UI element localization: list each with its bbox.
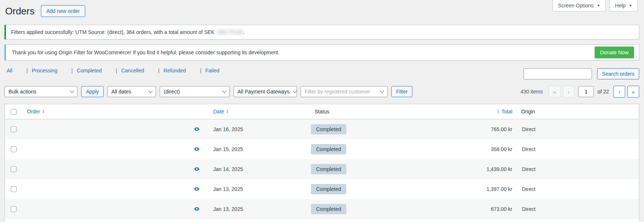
donate-now-button[interactable]: Donate Now bbox=[595, 47, 634, 58]
order-status-filters: All|Processing|Completed|Cancelled|Refun… bbox=[7, 68, 233, 74]
pagination: 430 items « ‹ of 22 › » bbox=[520, 86, 639, 98]
order-total: 358.00 kr bbox=[417, 139, 517, 159]
payment-gateway-label: All Payment Gateways bbox=[238, 89, 290, 95]
status-filter-cancelled: Cancelled| bbox=[121, 68, 163, 74]
separator: | bbox=[200, 68, 201, 74]
chevron-down-icon bbox=[380, 89, 384, 93]
notice-suffix: . bbox=[243, 29, 245, 35]
apply-button[interactable]: Apply bbox=[81, 86, 104, 97]
bulk-actions-label: Bulk actions bbox=[8, 89, 36, 95]
eye-glyph bbox=[194, 126, 200, 132]
preview-eye-icon[interactable] bbox=[22, 146, 200, 152]
status-filter-completed: Completed| bbox=[77, 68, 121, 74]
status-header-label: Status bbox=[315, 109, 329, 115]
row-checkbox[interactable] bbox=[11, 146, 17, 152]
table-row: Jan 16, 2025Completed765.00 krDirect bbox=[5, 119, 639, 139]
preview-eye-icon[interactable] bbox=[22, 206, 200, 212]
order-date: Jan 14, 2025 bbox=[209, 159, 310, 179]
status-badge: Completed bbox=[311, 124, 346, 134]
table-row: Jan 15, 2025Completed358.00 krDirect bbox=[5, 139, 639, 159]
preview-eye-icon[interactable] bbox=[22, 126, 200, 132]
eye-glyph bbox=[194, 206, 200, 212]
separator: | bbox=[158, 68, 160, 74]
filter-button[interactable]: Filter bbox=[391, 86, 412, 97]
last-page-button[interactable]: » bbox=[627, 86, 639, 98]
customer-filter-placeholder: Filter by registered customer bbox=[305, 89, 370, 95]
customer-filter-select[interactable]: Filter by registered customer bbox=[301, 86, 388, 97]
order-date: Jan 16, 2025 bbox=[209, 119, 310, 139]
sort-by-order-header[interactable]: Order ▲▼ bbox=[27, 109, 47, 115]
order-header-label: Order bbox=[27, 109, 40, 115]
filters-applied-text: Filters applied successfully: UTM Source… bbox=[11, 29, 215, 35]
chevron-down-icon bbox=[148, 89, 152, 93]
separator: | bbox=[71, 68, 73, 74]
screen-options-button[interactable]: Screen Options ▼ bbox=[553, 0, 606, 11]
preview-eye-icon[interactable] bbox=[22, 166, 200, 172]
search-orders-button[interactable]: Search orders bbox=[597, 68, 639, 79]
payment-gateway-select[interactable]: All Payment Gateways bbox=[233, 86, 297, 97]
sort-by-date-header[interactable]: Date ▲▼ bbox=[213, 109, 231, 115]
date-header-label: Date bbox=[213, 109, 224, 115]
sort-icon: ▲▼ bbox=[42, 109, 45, 114]
status-filter-all: All| bbox=[7, 68, 32, 74]
status-filter-link[interactable]: Failed bbox=[205, 68, 219, 74]
prev-page-button: ‹ bbox=[563, 86, 575, 98]
help-button[interactable]: Help ▼ bbox=[609, 0, 638, 11]
utm-source-label: (direct) bbox=[164, 89, 180, 95]
order-origin: Direct bbox=[517, 199, 639, 219]
order-date: Jan 13, 2025 bbox=[209, 179, 310, 199]
total-pages-label: of 22 bbox=[598, 89, 609, 95]
chevron-down-icon bbox=[292, 89, 297, 93]
status-filter-link[interactable]: Cancelled bbox=[121, 68, 144, 74]
utm-source-select[interactable]: (direct) bbox=[160, 86, 230, 97]
row-checkbox[interactable] bbox=[11, 206, 17, 212]
status-filter-link[interactable]: All bbox=[7, 68, 13, 74]
status-badge: Completed bbox=[311, 144, 346, 154]
select-all-checkbox[interactable] bbox=[11, 109, 17, 115]
screen-options-label: Screen Options bbox=[558, 3, 594, 8]
status-filter-refunded: Refunded| bbox=[163, 68, 205, 74]
next-page-button[interactable]: › bbox=[613, 86, 625, 98]
row-checkbox[interactable] bbox=[11, 166, 17, 172]
status-badge: Completed bbox=[311, 204, 346, 214]
row-checkbox[interactable] bbox=[11, 186, 17, 192]
filter-controls: Bulk actions Apply All dates (direct) Al… bbox=[4, 86, 412, 97]
sort-by-total-header[interactable]: ▲▼ Total bbox=[495, 109, 513, 115]
bulk-actions-select[interactable]: Bulk actions bbox=[4, 86, 77, 97]
order-date: Jan 15, 2025 bbox=[209, 139, 310, 159]
page-header: Orders Add new order bbox=[5, 5, 85, 17]
order-total: 673.00 kr bbox=[417, 199, 517, 219]
table-row: Jan 13, 2025Completed1,397.00 krDirect bbox=[5, 179, 639, 199]
chevron-down-icon bbox=[70, 89, 74, 93]
row-checkbox[interactable] bbox=[11, 126, 17, 132]
chevron-down-icon bbox=[222, 89, 226, 93]
search-area: Search orders bbox=[523, 68, 639, 79]
current-page-input[interactable] bbox=[578, 86, 594, 97]
origin-header-label: Origin bbox=[521, 109, 535, 115]
status-filter-failed: Failed bbox=[205, 68, 233, 74]
separator: | bbox=[27, 68, 28, 74]
order-origin: Direct bbox=[517, 159, 639, 179]
table-header-row: Order ▲▼ Date ▲▼ bbox=[5, 104, 639, 119]
chevron-down-icon: ▼ bbox=[629, 4, 632, 7]
status-filter-processing: Processing| bbox=[32, 68, 77, 74]
status-filter-link[interactable]: Refunded bbox=[163, 68, 186, 74]
order-total: 1,397.00 kr bbox=[417, 179, 517, 199]
tablenav-toolbar: Bulk actions Apply All dates (direct) Al… bbox=[4, 86, 639, 98]
status-filter-link[interactable]: Processing bbox=[32, 68, 57, 74]
admin-screen-meta-links: Screen Options ▼ Help ▼ bbox=[553, 0, 638, 11]
origin-filter-notice-text: Thank you for using Origin Filter for Wo… bbox=[12, 49, 280, 55]
order-origin: Direct bbox=[517, 139, 639, 159]
status-filter-link[interactable]: Completed bbox=[77, 68, 102, 74]
help-label: Help bbox=[615, 3, 626, 8]
first-page-button: « bbox=[549, 86, 561, 98]
status-badge: Completed bbox=[311, 164, 346, 174]
origin-filter-notice: Thank you for using Origin Filter for Wo… bbox=[4, 44, 639, 61]
page-title: Orders bbox=[5, 5, 34, 17]
add-new-order-button[interactable]: Add new order bbox=[41, 5, 85, 17]
preview-eye-icon[interactable] bbox=[22, 186, 200, 192]
date-filter-label: All dates bbox=[111, 89, 131, 95]
search-orders-input[interactable] bbox=[523, 68, 592, 79]
date-filter-select[interactable]: All dates bbox=[107, 86, 156, 97]
order-total: 765.00 kr bbox=[417, 119, 517, 139]
